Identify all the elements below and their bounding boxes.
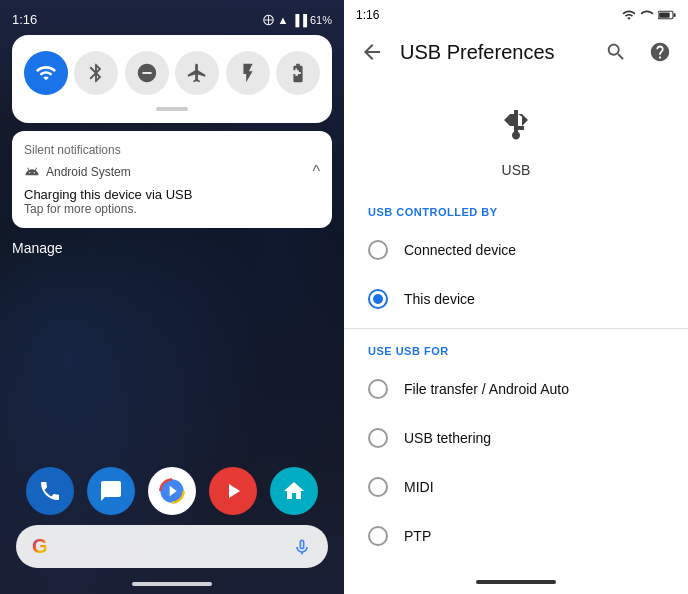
option-usb-tethering[interactable]: USB tethering <box>344 414 688 463</box>
connected-device-label: Connected device <box>404 242 516 258</box>
dock-home-app[interactable] <box>270 467 318 515</box>
radio-usb-tethering[interactable] <box>368 428 388 448</box>
option-midi[interactable]: MIDI <box>344 463 688 512</box>
section-divider <box>344 328 688 329</box>
this-device-label: This device <box>404 291 475 307</box>
tile-battery-saver[interactable] <box>276 51 320 95</box>
bottom-nav-indicator <box>476 580 556 584</box>
signal-icon: ⨁ <box>263 13 274 26</box>
dock-play-app[interactable] <box>209 467 257 515</box>
midi-label: MIDI <box>404 479 434 495</box>
android-system-icon <box>24 164 40 180</box>
quick-tiles-panel <box>12 35 332 123</box>
usb-icon <box>492 104 540 158</box>
status-bar: 1:16 ⨁ ▲ ▐▐ 61% <box>12 8 332 35</box>
right-signal-icon <box>622 8 636 22</box>
content-scroll[interactable]: USB USB CONTROLLED BY Connected device T… <box>344 80 688 574</box>
option-connected-device[interactable]: Connected device <box>344 226 688 275</box>
notif-source-name: Android System <box>46 165 131 179</box>
option-ptp[interactable]: PTP <box>344 512 688 561</box>
app-bar-actions <box>596 32 680 72</box>
notification-card[interactable]: Silent notifications Android System ^ Ch… <box>12 131 332 228</box>
notif-source: Android System ^ <box>24 163 320 181</box>
search-button[interactable] <box>596 32 636 72</box>
radio-this-device[interactable] <box>368 289 388 309</box>
right-status-time: 1:16 <box>356 8 379 22</box>
nav-indicator <box>132 582 212 586</box>
radio-midi[interactable] <box>368 477 388 497</box>
tile-flashlight[interactable] <box>226 51 270 95</box>
notification-header: Silent notifications <box>24 143 320 157</box>
bottom-nav-bar <box>344 574 688 594</box>
dock-phone-app[interactable] <box>26 467 74 515</box>
dock-photos-app[interactable] <box>148 467 196 515</box>
radio-this-device-fill <box>373 294 383 304</box>
option-this-device[interactable]: This device <box>344 275 688 324</box>
tile-airplane[interactable] <box>175 51 219 95</box>
option-file-transfer[interactable]: File transfer / Android Auto <box>344 365 688 414</box>
tiles-row <box>24 51 320 95</box>
radio-file-transfer[interactable] <box>368 379 388 399</box>
search-bar[interactable]: G <box>16 525 328 568</box>
ptp-label: PTP <box>404 528 431 544</box>
google-g-icon: G <box>32 535 48 558</box>
silent-label: Silent notifications <box>24 143 121 157</box>
wifi-status-icon: ▲ <box>277 14 288 26</box>
notif-title: Charging this device via USB <box>24 187 320 202</box>
app-dock <box>0 457 344 525</box>
nav-bar <box>0 576 344 594</box>
usb-text-label: USB <box>502 162 531 178</box>
status-time: 1:16 <box>12 12 37 27</box>
tile-dnd[interactable] <box>125 51 169 95</box>
right-panel: 1:16 USB Preferences <box>344 0 688 594</box>
usb-section: USB <box>344 80 688 194</box>
right-status-icons <box>622 8 676 22</box>
notification-area: 1:16 ⨁ ▲ ▐▐ 61% <box>0 0 344 272</box>
manage-button[interactable]: Manage <box>12 236 332 260</box>
svg-rect-2 <box>674 13 676 17</box>
radio-connected-device[interactable] <box>368 240 388 260</box>
help-button[interactable] <box>640 32 680 72</box>
tile-wifi[interactable] <box>24 51 68 95</box>
status-icons: ⨁ ▲ ▐▐ 61% <box>263 13 332 26</box>
google-mic-icon[interactable] <box>292 537 312 557</box>
dock-messages-app[interactable] <box>87 467 135 515</box>
right-battery-icon <box>658 8 676 22</box>
notif-subtitle: Tap for more options. <box>24 202 320 216</box>
file-transfer-label: File transfer / Android Auto <box>404 381 569 397</box>
controlled-by-header: USB CONTROLLED BY <box>344 194 688 226</box>
notif-expand-icon[interactable]: ^ <box>312 163 320 181</box>
use-for-header: USE USB FOR <box>344 333 688 365</box>
page-title: USB Preferences <box>392 41 596 64</box>
tile-bluetooth[interactable] <box>74 51 118 95</box>
option-no-data-transfer[interactable]: No data transfer <box>344 561 688 574</box>
back-button[interactable] <box>352 32 392 72</box>
battery-icon: 61% <box>310 14 332 26</box>
radio-ptp[interactable] <box>368 526 388 546</box>
signal-bars-icon: ▐▐ <box>291 14 307 26</box>
home-screen: G <box>0 457 344 594</box>
left-panel: 1:16 ⨁ ▲ ▐▐ 61% <box>0 0 344 594</box>
app-bar: USB Preferences <box>344 24 688 80</box>
drag-handle <box>156 107 188 111</box>
right-cell-icon <box>640 8 654 22</box>
usb-tethering-label: USB tethering <box>404 430 491 446</box>
svg-rect-1 <box>659 12 670 17</box>
right-status-bar: 1:16 <box>344 0 688 24</box>
